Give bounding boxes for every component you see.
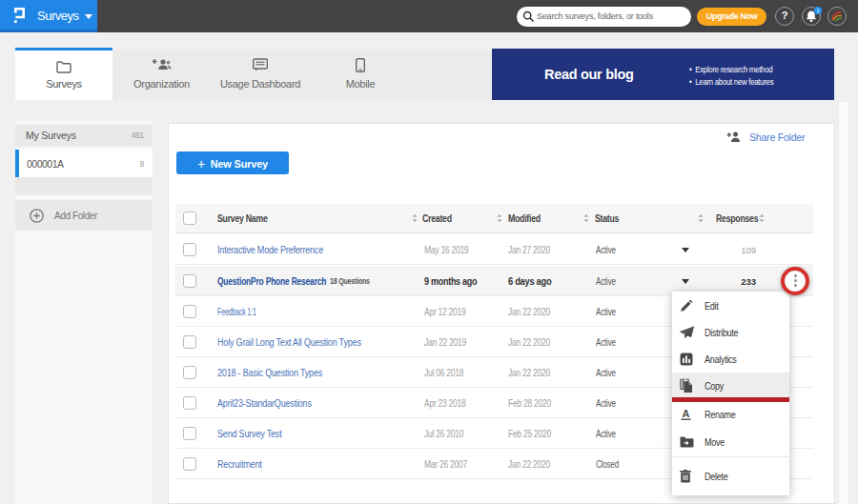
svg-text:A: A — [683, 408, 690, 419]
